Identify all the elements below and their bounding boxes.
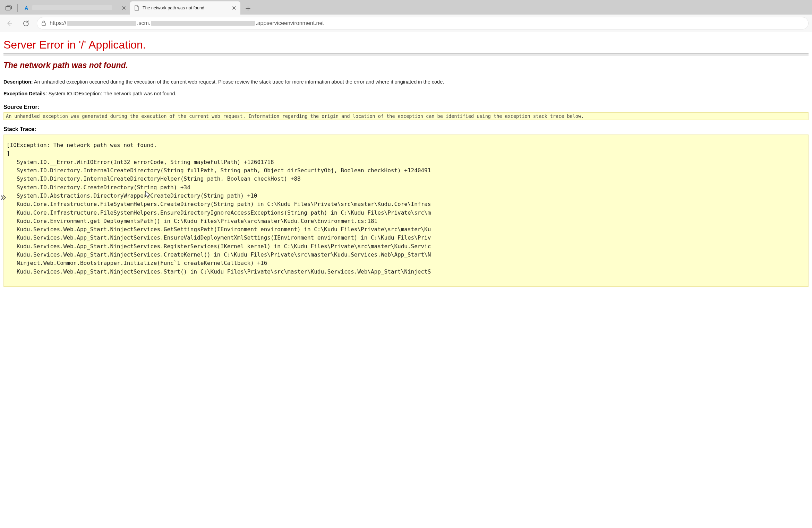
arrow-left-icon <box>6 20 13 27</box>
page-favicon-icon <box>134 5 140 11</box>
tab-title-redacted <box>32 5 118 11</box>
address-bar[interactable]: https:// .scm. .appserviceenvironment.ne… <box>37 17 809 29</box>
url-redacted <box>151 21 255 26</box>
url-segment: https:// <box>50 20 66 26</box>
divider <box>17 4 18 12</box>
error-page: Server Error in '/' Application. The net… <box>0 32 812 294</box>
svg-rect-0 <box>6 7 10 10</box>
panel-expand-handle[interactable] <box>0 194 8 202</box>
browser-tab-active[interactable]: The network path was not found <box>130 1 240 15</box>
tab-strip: A The network path was not found <box>0 0 812 15</box>
source-error-box: An unhandled exception was generated dur… <box>3 112 809 120</box>
chevrons-right-icon <box>0 194 7 201</box>
tab-title: The network path was not found <box>143 6 228 10</box>
exception-label: Exception Details: <box>3 91 47 96</box>
description-text: An unhandled exception occurred during t… <box>34 79 444 85</box>
browser-chrome: A The network path was not found <box>0 0 812 32</box>
new-tab-button[interactable] <box>242 3 254 15</box>
refresh-icon <box>23 20 29 27</box>
url-segment: .appserviceenvironment.net <box>256 20 324 26</box>
description-label: Description: <box>3 79 33 85</box>
url-text: https:// .scm. .appserviceenvironment.ne… <box>50 20 324 26</box>
divider <box>3 53 809 56</box>
source-error-text: An unhandled exception was generated dur… <box>6 113 584 119</box>
browser-tab-inactive[interactable]: A <box>20 1 130 15</box>
stack-trace-box: [IOException: The network path was not f… <box>3 135 809 287</box>
svg-rect-1 <box>42 23 45 26</box>
tab-actions-button[interactable] <box>2 1 15 15</box>
source-error-label: Source Error: <box>3 104 809 110</box>
error-subtitle: The network path was not found. <box>3 61 809 70</box>
exception-text: System.IO.IOException: The network path … <box>49 91 177 96</box>
address-bar-row: https:// .scm. .appserviceenvironment.ne… <box>0 15 812 32</box>
back-button[interactable] <box>3 17 15 29</box>
site-info-button[interactable] <box>41 20 46 26</box>
exception-row: Exception Details: System.IO.IOException… <box>3 91 809 96</box>
description-row: Description: An unhandled exception occu… <box>3 79 809 85</box>
azure-favicon-icon: A <box>23 5 29 11</box>
tab-close-button[interactable] <box>120 5 127 11</box>
close-icon <box>122 6 126 10</box>
close-icon <box>232 6 236 10</box>
refresh-button[interactable] <box>20 17 32 29</box>
stack-trace-label: Stack Trace: <box>3 126 809 132</box>
url-segment: .scm. <box>137 20 150 26</box>
url-redacted <box>67 21 136 26</box>
tabs-icon <box>6 6 12 10</box>
plus-icon <box>246 6 250 11</box>
stack-trace-text: [IOException: The network path was not f… <box>7 141 805 276</box>
tab-close-button[interactable] <box>231 5 238 11</box>
error-title: Server Error in '/' Application. <box>3 38 809 51</box>
lock-icon <box>41 20 46 26</box>
